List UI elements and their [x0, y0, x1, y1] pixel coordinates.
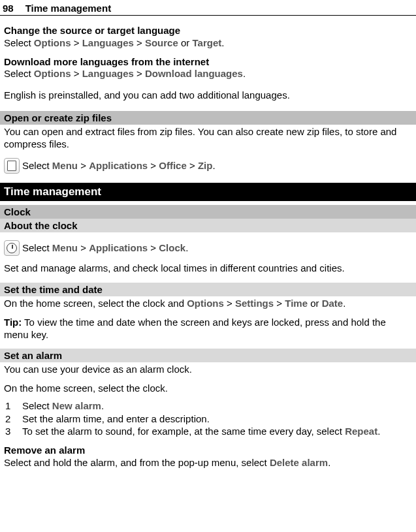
alarm-step-2: Set the alarm time, and enter a descript… — [4, 413, 412, 426]
alarm-step-1: Select New alarm. — [4, 400, 412, 413]
clock-section-bar: Clock — [0, 205, 416, 219]
set-time-date-path: On the home screen, select the clock and… — [4, 298, 412, 310]
zip-intro: You can open and extract files from zip … — [4, 126, 412, 151]
remove-alarm-text: Select and hold the alarm, and from the … — [4, 457, 412, 469]
alarm-intro: You can use your device as an alarm cloc… — [4, 364, 412, 376]
page-number: 98 — [3, 3, 14, 14]
zip-section-bar: Open or create zip files — [0, 111, 416, 125]
clock-path-line: Select Menu > Applications > Clock. — [4, 240, 412, 256]
clock-description: Set and manage alarms, and check local t… — [4, 262, 412, 275]
alarm-steps: Select New alarm. Set the alarm time, an… — [4, 400, 412, 438]
about-clock-bar: About the clock — [0, 219, 416, 232]
time-management-chapter-bar: Time management — [0, 183, 416, 201]
page-header: 98 Time management — [0, 0, 416, 16]
tip-text: Tip: To view the time and date when the … — [4, 317, 412, 341]
alarm-home-instruction: On the home screen, select the clock. — [4, 383, 412, 395]
alarm-step-3: To set the alarm to sound, for example, … — [4, 426, 412, 438]
zip-path-line: Select Menu > Applications > Office > Zi… — [4, 158, 412, 174]
change-language-path: Select Options > Languages > Source or T… — [4, 37, 412, 50]
download-languages-path: Select Options > Languages > Download la… — [4, 68, 412, 80]
header-section: Time management — [25, 3, 111, 14]
download-languages-heading: Download more languages from the interne… — [4, 56, 412, 69]
change-language-heading: Change the source or target language — [4, 25, 412, 37]
set-time-date-bar: Set the time and date — [0, 283, 416, 296]
language-note: English is preinstalled, and you can add… — [4, 89, 412, 102]
clock-icon — [4, 240, 20, 256]
remove-alarm-heading: Remove an alarm — [4, 445, 412, 457]
set-alarm-bar: Set an alarm — [0, 349, 416, 362]
zip-icon — [4, 158, 20, 174]
